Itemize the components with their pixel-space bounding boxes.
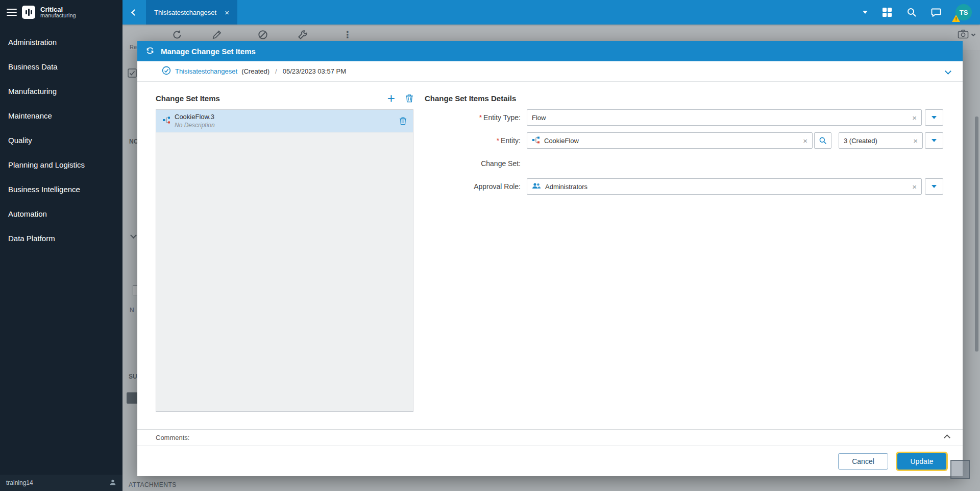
entity-version-dropdown-button[interactable] (925, 132, 943, 149)
change-set-controls (527, 155, 943, 172)
entity-type-label: *Entity Type: (425, 113, 527, 122)
sidebar-footer: training14 (0, 475, 122, 491)
sidebar-item-automation[interactable]: Automation (0, 201, 122, 226)
breadcrumb-changeset-link[interactable]: Thisisatestchangeset (175, 67, 237, 75)
avatar[interactable]: TS ! (955, 4, 972, 20)
apps-grid-icon[interactable] (882, 7, 892, 17)
sidebar-item-quality[interactable]: Quality (0, 128, 122, 152)
breadcrumb-state: (Created) (241, 67, 270, 75)
flow-icon (162, 116, 170, 126)
search-icon[interactable] (906, 7, 917, 17)
entity-input[interactable]: CookieFlow × (527, 132, 813, 149)
sidebar-item-data-platform[interactable]: Data Platform (0, 226, 122, 250)
clear-icon[interactable]: × (912, 114, 917, 122)
list-item-title: CookieFlow.3 (175, 113, 395, 121)
approval-role-controls: Administrators × (527, 178, 943, 195)
check-circle-icon (162, 66, 171, 77)
entity-label: *Entity: (425, 136, 527, 145)
dialog-body: Change Set Items + CookieFlo (137, 82, 963, 429)
change-set-label: Change Set: (425, 159, 527, 168)
entity-version-input[interactable]: 3 (Created) × (839, 132, 923, 149)
items-panel-actions: + (387, 93, 413, 103)
hamburger-menu-icon[interactable] (7, 9, 17, 16)
topbar-actions: TS ! (863, 4, 980, 20)
menu-caret-icon[interactable] (863, 11, 868, 14)
required-marker: * (497, 136, 499, 145)
entity-value: CookieFlow (544, 137, 799, 145)
sidebar-item-label: Quality (8, 136, 32, 145)
tab-close-icon[interactable]: × (225, 8, 229, 17)
entity-type-input[interactable]: Flow × (527, 109, 922, 126)
dialog-footer: Cancel Update (137, 446, 963, 476)
list-item-cookieflow[interactable]: CookieFlow.3 No Description (156, 110, 413, 132)
sidebar-item-label: Administration (8, 38, 57, 46)
clear-icon[interactable]: × (913, 137, 918, 145)
sidebar-nav: Administration Business Data Manufacturi… (0, 25, 122, 475)
sidebar-item-planning-and-logistics[interactable]: Planning and Logistics (0, 152, 122, 177)
sidebar-item-administration[interactable]: Administration (0, 30, 122, 54)
comments-label: Comments: (156, 434, 189, 441)
current-user-label: training14 (6, 479, 33, 486)
sidebar-item-business-intelligence[interactable]: Business Intelligence (0, 177, 122, 201)
flow-icon (532, 136, 540, 146)
change-set-label-text: Change Set: (481, 159, 521, 168)
add-item-button[interactable]: + (387, 93, 395, 103)
delete-row-button[interactable] (399, 116, 407, 125)
comments-collapse-button[interactable] (945, 434, 949, 441)
cancel-button[interactable]: Cancel (838, 453, 888, 470)
chevron-down-icon (945, 68, 951, 75)
entity-controls: CookieFlow × 3 (Created) × (527, 132, 943, 149)
sidebar-item-label: Maintenance (8, 111, 52, 120)
change-set-items-panel: Change Set Items + CookieFlo (156, 89, 413, 429)
warning-badge-icon: ! (952, 15, 960, 22)
approval-role-input[interactable]: Administrators × (527, 178, 922, 195)
caret-down-icon (932, 139, 937, 142)
user-badge-icon[interactable] (109, 479, 116, 487)
approval-role-dropdown-button[interactable] (925, 178, 943, 195)
sidebar-item-business-data[interactable]: Business Data (0, 54, 122, 79)
dialog-breadcrumb: Thisisatestchangeset (Created) / 05/23/2… (137, 61, 963, 82)
tab-thisisatestchangeset[interactable]: Thisisatestchangeset × (146, 0, 237, 25)
delete-items-button[interactable] (405, 93, 413, 103)
list-item-description: No Description (175, 122, 395, 129)
entity-type-row: *Entity Type: Flow × (425, 109, 943, 126)
dialog-title: Manage Change Set Items (161, 47, 256, 56)
sidebar-item-maintenance[interactable]: Maintenance (0, 103, 122, 128)
chevron-left-icon (131, 9, 138, 16)
collapse-header-button[interactable] (946, 67, 950, 75)
items-panel-header: Change Set Items + (156, 89, 413, 107)
change-set-items-details-panel: Change Set Items Details *Entity Type: F… (425, 89, 943, 429)
back-button[interactable] (122, 0, 146, 25)
clear-icon[interactable]: × (803, 137, 807, 145)
caret-down-icon (932, 116, 937, 119)
entity-type-controls: Flow × (527, 109, 943, 126)
dialog-header: Manage Change Set Items (137, 41, 963, 61)
sidebar-item-label: Planning and Logistics (8, 160, 85, 169)
update-button[interactable]: Update (897, 453, 946, 470)
required-marker: * (479, 113, 482, 122)
brand-logo (22, 6, 35, 19)
details-panel-title: Change Set Items Details (425, 89, 943, 107)
sidebar-item-label: Manufacturing (8, 87, 57, 96)
people-icon (532, 182, 541, 191)
entity-label-text: Entity: (501, 136, 521, 145)
pointer-highlight-artifact (950, 460, 970, 479)
approval-role-label: Approval Role: (425, 182, 527, 191)
approval-role-label-text: Approval Role: (474, 182, 521, 191)
entity-version-value: 3 (Created) (844, 137, 909, 145)
clear-icon[interactable]: × (912, 183, 917, 191)
entity-type-dropdown-button[interactable] (925, 109, 943, 126)
chevron-up-icon (944, 434, 950, 441)
comments-section-toggle[interactable]: Comments: (137, 429, 963, 446)
entity-type-label-text: Entity Type: (483, 113, 521, 122)
sidebar: Critical manufacturing Administration Bu… (0, 0, 122, 491)
entity-search-button[interactable] (814, 132, 831, 149)
application-window: ⋮ Re NO N SU ATTACHMENTS Critical (0, 0, 980, 491)
sidebar-item-manufacturing[interactable]: Manufacturing (0, 79, 122, 103)
chat-icon[interactable] (931, 7, 941, 17)
tab-title: Thisisatestchangeset (154, 9, 216, 16)
brand-name: Critical manufacturing (40, 6, 76, 18)
sidebar-brand: Critical manufacturing (0, 0, 122, 25)
sidebar-item-label: Business Intelligence (8, 185, 80, 194)
entity-row: *Entity: CookieFlow × (425, 132, 943, 149)
